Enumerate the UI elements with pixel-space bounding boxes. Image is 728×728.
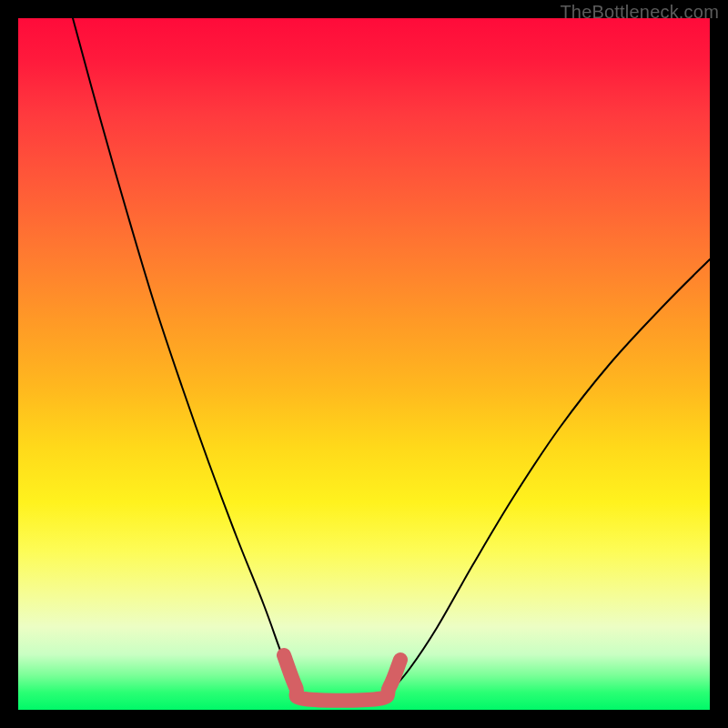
chart-stage: TheBottleneck.com xyxy=(0,0,728,728)
plot-area xyxy=(18,18,710,710)
right-curve xyxy=(378,259,710,699)
curves-layer xyxy=(18,18,710,710)
left-curve xyxy=(73,18,305,699)
highlight-segment xyxy=(284,655,400,701)
